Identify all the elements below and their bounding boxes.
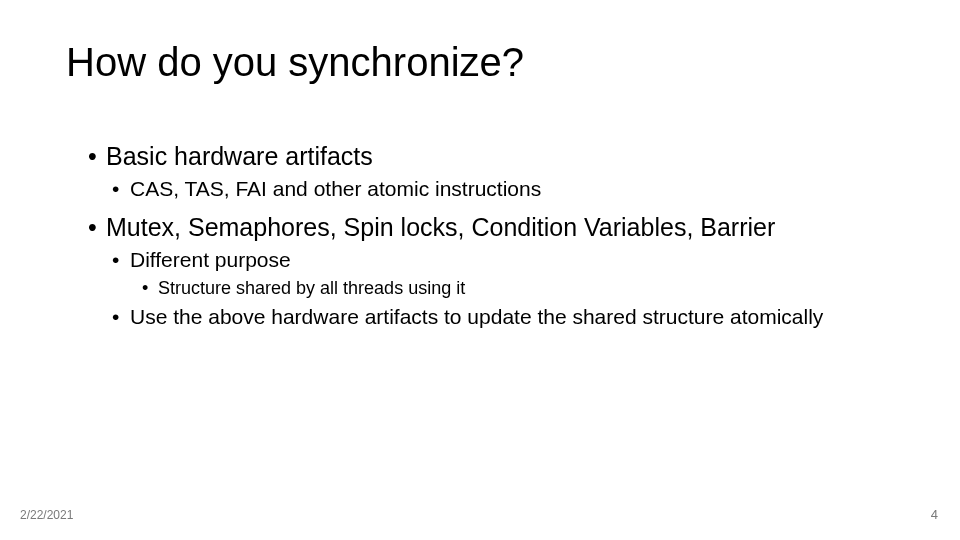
slide-title: How do you synchronize? xyxy=(66,40,524,85)
slide: How do you synchronize? Basic hardware a… xyxy=(0,0,960,540)
bullet-level-2: CAS, TAS, FAI and other atomic instructi… xyxy=(112,177,920,201)
bullet-level-2: Different purpose xyxy=(112,248,920,272)
slide-content: Basic hardware artifacts CAS, TAS, FAI a… xyxy=(88,142,920,335)
bullet-level-2: Use the above hardware artifacts to upda… xyxy=(112,305,920,329)
bullet-level-1: Basic hardware artifacts xyxy=(88,142,920,171)
bullet-level-1: Mutex, Semaphores, Spin locks, Condition… xyxy=(88,213,920,242)
footer-date: 2/22/2021 xyxy=(20,508,73,522)
bullet-level-3: Structure shared by all threads using it xyxy=(142,278,920,299)
footer-page-number: 4 xyxy=(931,507,938,522)
